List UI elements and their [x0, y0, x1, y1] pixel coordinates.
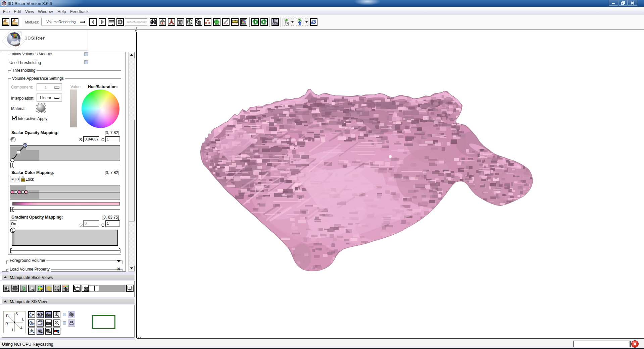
svg-text:R: R — [5, 322, 8, 326]
svg-text:P: P — [6, 314, 8, 318]
svg-text:A: A — [20, 326, 23, 330]
svg-text:3: 3 — [24, 144, 26, 147]
svg-text:B: B — [85, 288, 87, 291]
svg-text:I: I — [12, 328, 13, 332]
svg-text:S: S — [15, 312, 18, 316]
svg-text:L: L — [22, 317, 24, 321]
svg-text:F: F — [129, 286, 131, 290]
svg-text:1: 1 — [12, 229, 14, 232]
